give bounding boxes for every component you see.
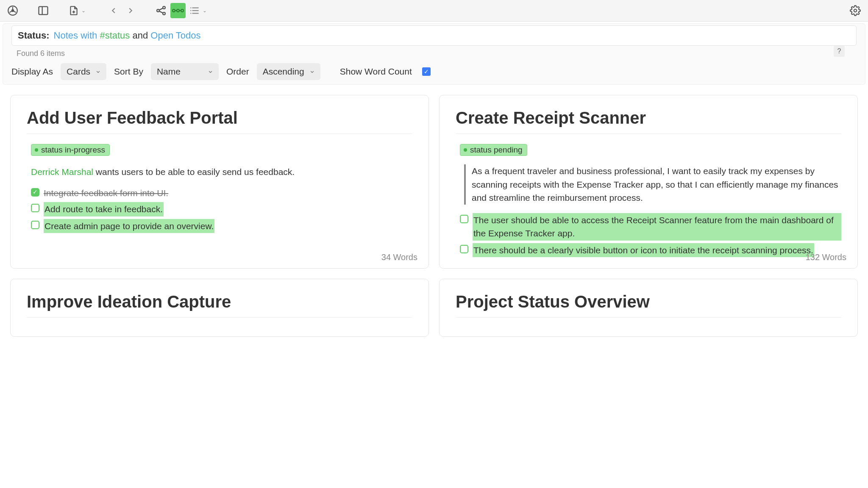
query-notes-link[interactable]: Notes with — [54, 30, 97, 41]
status-dot-icon — [35, 148, 38, 152]
list-density-icon[interactable] — [187, 3, 203, 18]
card-title: Create Receipt Scanner — [456, 108, 841, 128]
todo-text: Create admin page to provide an overview… — [44, 219, 214, 233]
todo-item[interactable]: There should be a clearly visible button… — [460, 243, 841, 258]
word-count-checkbox[interactable]: ✓ — [422, 67, 431, 76]
svg-point-15 — [177, 9, 179, 12]
svg-point-22 — [854, 9, 857, 12]
sort-by-select[interactable]: Name — [151, 63, 219, 80]
order-select[interactable]: Ascending — [257, 63, 320, 80]
divider — [27, 133, 412, 134]
divider — [456, 317, 841, 318]
top-toolbar: ⌄ ⌄ — [0, 0, 868, 22]
todo-list: The user should be able to access the Re… — [460, 213, 841, 258]
display-as-label: Display As — [11, 67, 53, 77]
todo-text: The user should be able to access the Re… — [473, 213, 841, 241]
status-text: status in-progress — [41, 145, 105, 155]
checkbox-icon[interactable] — [31, 204, 39, 212]
nav-back-icon[interactable] — [106, 3, 121, 18]
chevron-down-icon[interactable]: ⌄ — [81, 8, 86, 14]
svg-line-12 — [159, 8, 163, 10]
status-badge[interactable]: status in-progress — [31, 144, 110, 156]
note-card[interactable]: Improve Ideation Capture — [10, 279, 429, 337]
query-tag[interactable]: #status — [100, 30, 130, 41]
status-dot-icon — [464, 148, 467, 152]
checkbox-icon[interactable] — [460, 215, 468, 223]
person-link[interactable]: Derrick Marshal — [31, 167, 93, 177]
checkbox-icon[interactable] — [460, 245, 468, 253]
svg-line-4 — [14, 11, 16, 12]
card-title: Improve Ideation Capture — [27, 292, 412, 311]
cards-grid: Add User Feedback Portal status in-progr… — [0, 85, 868, 347]
todo-text: There should be a clearly visible button… — [473, 243, 814, 258]
new-note-icon[interactable] — [66, 3, 81, 18]
settings-icon[interactable] — [848, 3, 863, 18]
note-card[interactable]: Create Receipt Scanner status pending As… — [439, 95, 858, 269]
query-open-todos-link[interactable]: Open Todos — [150, 30, 200, 41]
todo-item[interactable]: ✓ Integrate feedback form into UI. — [31, 186, 412, 200]
divider — [456, 133, 841, 134]
checkbox-icon[interactable] — [31, 221, 39, 229]
divider — [27, 317, 412, 318]
view-controls: Display As Cards Sort By Name Order Asce… — [11, 63, 857, 80]
checkbox-icon[interactable]: ✓ — [31, 188, 39, 197]
card-title: Add User Feedback Portal — [27, 108, 412, 128]
chevron-down-icon-2[interactable]: ⌄ — [203, 8, 207, 14]
todo-item[interactable]: Create admin page to provide an overview… — [31, 219, 412, 233]
query-label: Status: — [18, 30, 50, 41]
share-icon[interactable] — [153, 3, 169, 18]
word-count: 132 Words — [806, 252, 846, 262]
query-panel: Status: Notes with #status and Open Todo… — [3, 23, 865, 85]
order-label: Order — [226, 67, 249, 77]
card-title: Project Status Overview — [456, 292, 841, 311]
sidebar-toggle-icon[interactable] — [36, 3, 51, 18]
todo-item[interactable]: The user should be able to access the Re… — [460, 213, 841, 241]
query-box[interactable]: Status: Notes with #status and Open Todo… — [11, 25, 857, 46]
word-count: 34 Words — [381, 252, 417, 262]
graph-icon[interactable] — [5, 3, 20, 18]
note-card[interactable]: Add User Feedback Portal status in-progr… — [10, 95, 429, 269]
svg-point-1 — [12, 10, 14, 11]
svg-rect-5 — [39, 7, 48, 15]
svg-line-3 — [9, 11, 11, 12]
todo-text: Add route to take in feedback. — [44, 202, 164, 216]
link-mode-icon[interactable] — [170, 3, 186, 18]
status-badge[interactable]: status pending — [460, 144, 527, 156]
display-as-select[interactable]: Cards — [61, 63, 106, 80]
todo-list: ✓ Integrate feedback form into UI. Add r… — [31, 186, 412, 233]
todo-text: Integrate feedback form into UI. — [44, 186, 168, 200]
svg-line-13 — [159, 11, 163, 13]
nav-forward-icon[interactable] — [123, 3, 138, 18]
quote-block: As a frequent traveler and business prof… — [464, 164, 841, 205]
results-count: Found 6 items — [17, 49, 857, 58]
desc-tail: wants users to be able to easily send us… — [93, 167, 295, 177]
status-text: status pending — [470, 145, 523, 155]
todo-item[interactable]: Add route to take in feedback. — [31, 202, 412, 216]
word-count-label: Show Word Count — [340, 67, 412, 77]
svg-point-14 — [172, 9, 175, 12]
svg-point-16 — [181, 9, 184, 12]
note-card[interactable]: Project Status Overview — [439, 279, 858, 337]
sort-by-label: Sort By — [114, 67, 143, 77]
query-and: and — [132, 30, 148, 41]
card-description: Derrick Marshal wants users to be able t… — [31, 165, 412, 179]
query-help-button[interactable]: ? — [834, 46, 845, 57]
